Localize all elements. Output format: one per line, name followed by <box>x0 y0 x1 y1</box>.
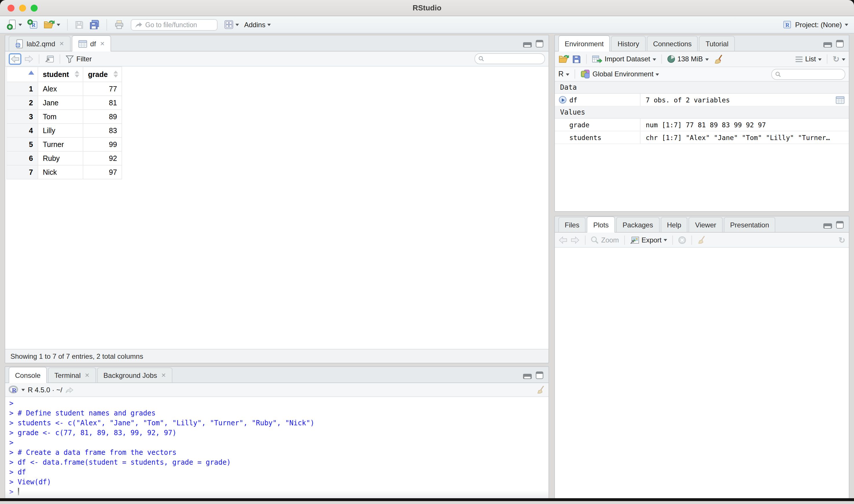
minimize-pane-icon[interactable] <box>523 42 532 48</box>
import-dataset-button[interactable]: Import Dataset <box>592 55 656 63</box>
tab-background-jobs[interactable]: Background Jobs✕ <box>97 367 172 382</box>
new-project-button[interactable]: R <box>26 19 39 31</box>
cell-grade: 81 <box>83 96 122 110</box>
project-button[interactable]: R Project: (None) <box>783 20 848 30</box>
close-tab-icon[interactable]: ✕ <box>161 372 166 378</box>
tab-help[interactable]: Help <box>660 217 687 232</box>
r-version-menu[interactable]: R <box>9 385 25 394</box>
list-view-button[interactable]: List <box>795 55 822 63</box>
environment-search-input[interactable] <box>771 69 845 79</box>
source-tabbar: lab2.qmd✕df✕ <box>5 35 548 52</box>
tab-presentation[interactable]: Presentation <box>724 217 776 232</box>
pane-layout-button[interactable] <box>223 19 240 30</box>
environment-object-grade[interactable]: gradenum [1:7] 77 81 89 83 99 92 97 <box>555 119 849 131</box>
refresh-plots-icon[interactable]: ↻ <box>839 236 845 244</box>
maximize-pane-icon[interactable] <box>836 40 843 48</box>
tab-connections[interactable]: Connections <box>647 36 698 51</box>
window-title: RStudio <box>413 3 441 12</box>
tab-files[interactable]: Files <box>558 217 586 232</box>
tab-packages[interactable]: Packages <box>616 217 659 232</box>
environment-scope-bar: R Global Environment <box>555 67 849 82</box>
tab-df[interactable]: df✕ <box>72 35 111 52</box>
environment-selector[interactable]: Global Environment <box>580 69 659 79</box>
addins-button[interactable]: Addins <box>243 20 272 29</box>
tab-label: Environment <box>565 40 604 48</box>
close-window-button[interactable] <box>7 5 15 12</box>
export-plot-button[interactable]: Export <box>630 236 667 244</box>
zoom-magnifier-icon <box>591 236 599 244</box>
console-tabbar: ConsoleTerminal✕Background Jobs✕ <box>5 367 548 383</box>
tab-viewer[interactable]: Viewer <box>689 217 723 232</box>
console-popout-icon[interactable] <box>65 386 73 393</box>
tab-environment[interactable]: Environment <box>558 35 610 52</box>
data-viewer-toolbar: Filter <box>5 52 548 67</box>
plot-display-area <box>555 248 849 498</box>
minimize-pane-icon[interactable] <box>823 42 832 48</box>
fullscreen-window-button[interactable] <box>31 5 38 12</box>
previous-plot-button[interactable] <box>558 236 568 244</box>
column-header-grade[interactable]: grade <box>83 67 122 82</box>
back-button[interactable] <box>9 53 21 65</box>
close-tab-icon[interactable]: ✕ <box>100 40 105 47</box>
maximize-pane-icon[interactable] <box>536 372 543 379</box>
tab-label: Viewer <box>695 221 716 229</box>
forward-button[interactable] <box>24 55 34 63</box>
minimize-pane-icon[interactable] <box>823 223 832 229</box>
close-tab-icon[interactable]: ✕ <box>85 372 90 378</box>
chevron-down-icon <box>235 24 239 26</box>
chevron-down-icon <box>664 239 667 241</box>
tab-console[interactable]: Console <box>9 367 47 383</box>
popout-window-button[interactable] <box>44 54 54 63</box>
clear-plots-button[interactable] <box>697 235 706 245</box>
new-file-button[interactable] <box>6 19 23 31</box>
save-button[interactable] <box>73 19 85 30</box>
open-file-button[interactable] <box>42 19 61 30</box>
language-selector[interactable]: R <box>558 70 569 78</box>
maximize-pane-icon[interactable] <box>836 221 843 229</box>
tab-label: Files <box>565 221 579 229</box>
cell-student: Tom <box>38 110 83 124</box>
tab-history[interactable]: History <box>611 36 646 51</box>
environment-object-students[interactable]: studentschr [1:7] "Alex" "Jane" "Tom" "L… <box>555 131 849 144</box>
clear-console-button[interactable] <box>537 385 545 394</box>
save-workspace-button[interactable] <box>572 55 581 64</box>
tab-terminal[interactable]: Terminal✕ <box>48 367 96 382</box>
viewer-search-field[interactable] <box>486 55 541 62</box>
print-button[interactable] <box>113 19 126 30</box>
close-tab-icon[interactable]: ✕ <box>59 40 64 47</box>
remove-plot-button[interactable] <box>678 236 687 244</box>
load-workspace-button[interactable] <box>558 54 569 64</box>
main-toolbar: R <box>0 16 854 34</box>
environment-object-df[interactable]: df7 obs. of 2 variables <box>555 94 849 106</box>
clear-environment-button[interactable] <box>714 54 723 64</box>
goto-file-input[interactable] <box>131 19 218 30</box>
tab-plots[interactable]: Plots <box>587 216 615 233</box>
zoom-plot-button[interactable]: Zoom <box>591 236 619 244</box>
save-all-button[interactable] <box>88 19 101 30</box>
maximize-pane-icon[interactable] <box>536 40 543 48</box>
minimize-pane-icon[interactable] <box>523 374 532 379</box>
view-table-icon[interactable] <box>835 94 849 106</box>
plots-tabbar: FilesPlotsPackagesHelpViewerPresentation <box>555 216 849 233</box>
goto-file-field[interactable] <box>145 21 234 28</box>
tab-lab2-qmd[interactable]: lab2.qmd✕ <box>9 36 71 51</box>
filter-label: Filter <box>76 55 92 63</box>
object-value: num [1:7] 77 81 89 83 99 92 97 <box>640 119 849 131</box>
refresh-environment-button[interactable]: ↻ <box>833 55 845 63</box>
export-plot-label: Export <box>641 236 661 244</box>
tab-tutorial[interactable]: Tutorial <box>699 36 735 51</box>
expand-object-icon[interactable] <box>559 96 566 104</box>
plots-pane: FilesPlotsPackagesHelpViewerPresentation… <box>554 216 849 499</box>
console-input-area[interactable]: >> # Define student names and grades> st… <box>5 397 548 498</box>
filter-button[interactable]: Filter <box>66 55 92 63</box>
column-header-student[interactable]: student <box>38 67 83 82</box>
rownames-column-header[interactable] <box>7 67 38 82</box>
memory-usage-button[interactable]: 138 MiB <box>667 55 708 63</box>
object-name: students <box>555 131 640 144</box>
viewer-search-input[interactable] <box>474 53 545 64</box>
console-line: > <box>9 399 548 409</box>
next-plot-button[interactable] <box>570 236 580 244</box>
minimize-window-button[interactable] <box>19 5 26 12</box>
environment-search-field[interactable] <box>783 71 841 77</box>
table-row: 5Turner99 <box>7 138 122 151</box>
